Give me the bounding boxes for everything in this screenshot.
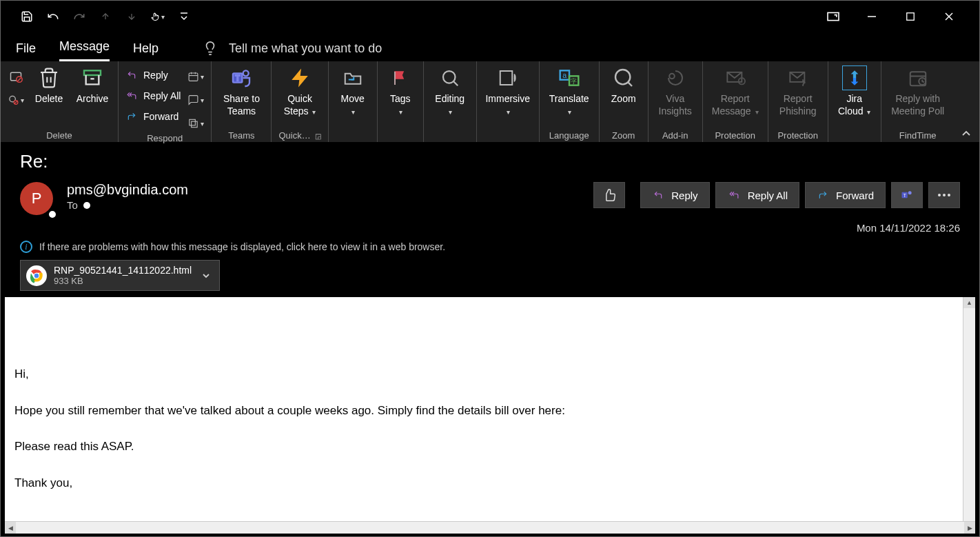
tell-me-search[interactable]: Tell me what you want to do xyxy=(203,41,382,61)
svg-line-29 xyxy=(453,81,458,85)
translate-button[interactable]: a字 Translate▾ xyxy=(547,65,592,117)
reply-arrow-icon xyxy=(125,69,138,81)
tab-message[interactable]: Message xyxy=(59,39,110,61)
delete-button[interactable]: Delete xyxy=(31,65,67,105)
teams-icon: T xyxy=(229,65,254,90)
group-label xyxy=(853,129,856,141)
svg-text:a: a xyxy=(562,71,566,79)
move-folder-icon xyxy=(340,65,365,90)
info-icon: i xyxy=(20,241,32,253)
meeting-icon[interactable]: ▾ xyxy=(187,68,204,85)
group-addin: Viva Insights Add-in xyxy=(649,61,703,142)
more-respond-icon[interactable]: ▾ xyxy=(187,115,204,132)
svg-point-46 xyxy=(908,191,912,194)
sender-avatar[interactable]: P xyxy=(20,182,56,218)
header-forward-button[interactable]: Forward xyxy=(805,182,886,208)
report-phishing-button[interactable]: Report Phishing xyxy=(775,65,821,117)
header-reply-all-button[interactable]: Reply All xyxy=(715,182,799,208)
like-button[interactable] xyxy=(593,182,625,208)
archive-button[interactable]: Archive xyxy=(74,65,111,105)
group-label: Teams xyxy=(228,129,254,141)
group-findtime: Reply with Meeting Poll FindTime xyxy=(881,61,955,142)
svg-text:T: T xyxy=(236,74,241,82)
forward-button[interactable]: Forward xyxy=(125,108,181,125)
scroll-right-icon[interactable]: ▶ xyxy=(964,522,975,534)
tab-file[interactable]: File xyxy=(16,41,36,61)
save-icon[interactable] xyxy=(20,10,34,23)
ignore-icon[interactable] xyxy=(8,68,24,85)
close-button[interactable] xyxy=(939,7,959,26)
group-label xyxy=(449,129,451,141)
group-label: Delete xyxy=(46,129,72,141)
move-button[interactable]: Move▾ xyxy=(336,65,370,117)
group-label: FindTime xyxy=(899,129,937,141)
chrome-file-icon xyxy=(26,265,47,286)
group-label xyxy=(507,129,509,141)
header-reply-button[interactable]: Reply xyxy=(640,182,709,208)
junk-icon[interactable]: ▾ xyxy=(8,92,24,108)
tags-button[interactable]: Tags▾ xyxy=(385,65,416,117)
report-message-button[interactable]: Report Message ▾ xyxy=(710,65,761,117)
from-address[interactable]: pms@bvgindia.com xyxy=(67,182,593,198)
touch-mode-icon[interactable]: ▾ xyxy=(151,10,165,23)
meeting-poll-icon xyxy=(906,65,930,90)
meeting-poll-button[interactable]: Reply with Meeting Poll xyxy=(888,65,948,117)
quick-steps-button[interactable]: Quick Steps ▾ xyxy=(280,65,319,117)
report-phishing-icon xyxy=(786,65,810,90)
collapse-ribbon-button[interactable] xyxy=(955,61,978,142)
tab-help[interactable]: Help xyxy=(133,41,159,61)
reply-all-button[interactable]: Reply All xyxy=(125,88,181,104)
viva-insights-button[interactable]: Viva Insights xyxy=(655,65,695,117)
svg-marker-25 xyxy=(293,70,307,85)
customize-qat-icon[interactable] xyxy=(177,10,191,23)
svg-text:T: T xyxy=(904,193,906,198)
presence-indicator xyxy=(48,210,57,219)
immersive-button[interactable]: Immersive▾ xyxy=(484,65,532,117)
group-respond: Reply Reply All Forward ▾ ▾ ▾ Respond xyxy=(119,61,212,142)
svg-point-28 xyxy=(443,71,456,83)
ribbon-display-icon[interactable] xyxy=(824,7,843,26)
group-editing: Editing▾ xyxy=(424,61,477,142)
attachment-chip[interactable]: RNP_90521441_14112022.html 933 KB xyxy=(20,260,220,291)
zoom-icon xyxy=(611,65,636,90)
im-icon[interactable]: ▾ xyxy=(187,92,204,108)
vertical-scrollbar[interactable]: ▲ ▼ xyxy=(963,297,975,534)
reply-button[interactable]: Reply xyxy=(125,67,181,83)
more-actions-button[interactable] xyxy=(928,182,960,208)
group-protection-1: Report Message ▾ Protection xyxy=(703,61,768,142)
lightbulb-icon xyxy=(203,41,218,56)
editing-button[interactable]: Editing▾ xyxy=(431,65,469,117)
share-teams-button[interactable]: T Share to Teams xyxy=(218,65,264,117)
body-paragraph: Please read this ASAP. xyxy=(14,438,953,456)
svg-point-37 xyxy=(669,74,675,79)
attachment-name: RNP_90521441_14112022.html xyxy=(54,265,192,276)
zoom-button[interactable]: Zoom xyxy=(606,65,641,105)
horizontal-scrollbar[interactable]: ◀ ▶ xyxy=(5,521,975,534)
minimize-button[interactable] xyxy=(862,7,881,26)
arrow-up-icon xyxy=(99,10,112,23)
group-delete: ▾ Delete Archive Delete xyxy=(1,61,119,142)
undo-icon[interactable] xyxy=(46,10,60,23)
group-protection-2: Report Phishing Protection xyxy=(768,61,828,142)
ribbon: ▾ Delete Archive Delete Reply Reply All … xyxy=(1,61,979,143)
group-label xyxy=(399,129,402,141)
archive-icon xyxy=(80,65,105,90)
scroll-left-icon[interactable]: ◀ xyxy=(5,522,16,534)
message-body: Hi, Hope you still remember that we've t… xyxy=(5,297,963,534)
maximize-button[interactable] xyxy=(901,7,920,26)
group-label: Zoom xyxy=(612,129,635,141)
jira-cloud-button[interactable]: Jira Cloud ▾ xyxy=(835,65,874,117)
group-teams: T Share to Teams Teams xyxy=(212,61,272,142)
svg-point-47 xyxy=(938,194,941,196)
message-body-frame: Hi, Hope you still remember that we've t… xyxy=(1,293,979,537)
scroll-up-icon[interactable]: ▲ xyxy=(963,297,975,308)
to-line[interactable]: To xyxy=(67,199,593,211)
group-quick-steps: Quick Steps ▾ Quick…◲ xyxy=(272,61,328,142)
received-date: Mon 14/11/2022 18:26 xyxy=(20,222,960,234)
info-bar[interactable]: i If there are problems with how this me… xyxy=(20,241,960,253)
window-controls xyxy=(824,7,959,26)
find-icon xyxy=(438,65,462,90)
attachment-dropdown-icon[interactable] xyxy=(201,272,211,279)
teams-chat-button[interactable]: T xyxy=(891,182,923,208)
translate-icon: a字 xyxy=(557,65,582,90)
